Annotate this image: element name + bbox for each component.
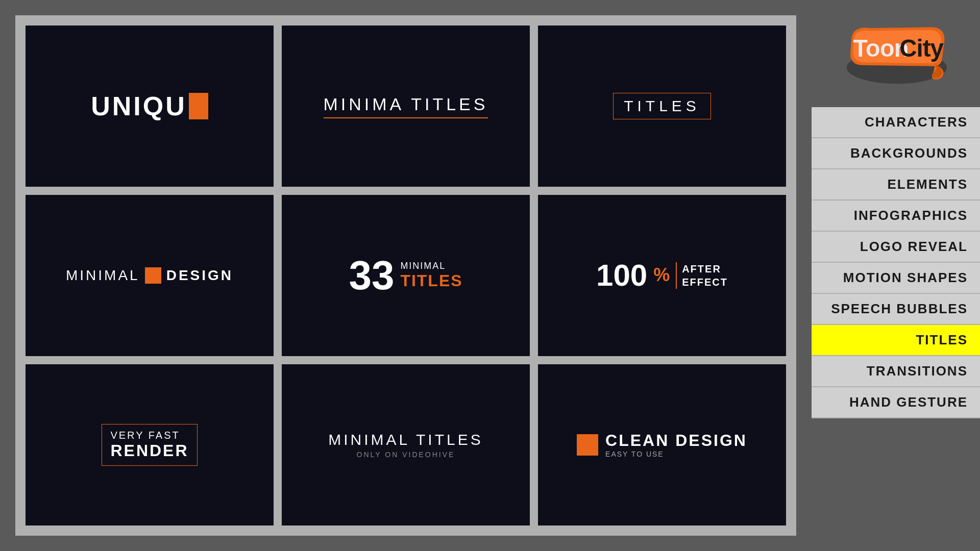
unique-text: UNIQU bbox=[91, 91, 187, 121]
minimal-text: MINIMAL bbox=[66, 267, 140, 284]
nav-item-titles[interactable]: TITLES bbox=[812, 325, 980, 356]
tooncity-logo: Toon Toon City bbox=[845, 23, 947, 84]
design-text: DESIGN bbox=[166, 267, 233, 284]
render-text: RENDER bbox=[110, 441, 188, 460]
minimal-only-main: MINIMAL TITLES bbox=[328, 431, 483, 448]
percent-number: 100 bbox=[596, 260, 647, 291]
render-box: VERY FAST RENDER bbox=[102, 424, 197, 466]
main-content: UNIQU MINIMA TITLES TITLES MINIMAL DESIG… bbox=[0, 0, 812, 551]
logo-area: Toon Toon City bbox=[812, 5, 980, 107]
very-fast-text: VERY FAST bbox=[110, 430, 188, 441]
svg-text:City: City bbox=[899, 35, 944, 62]
nav-item-motion-shapes[interactable]: MOTION SHAPES bbox=[812, 263, 980, 294]
nav-item-speech-bubbles[interactable]: SPEECH BUBBLES bbox=[812, 294, 980, 325]
clean-stack: CLEAN DESIGN EASY TO USE bbox=[605, 432, 747, 458]
easy-to-use-text: EASY TO USE bbox=[605, 450, 747, 458]
card-minimal-only[interactable]: MINIMAL TITLES ONLY ON VIDEOHIVE bbox=[282, 364, 530, 525]
titles-simple-text: TITLES bbox=[613, 93, 711, 119]
card-minimal-design[interactable]: MINIMAL DESIGN bbox=[26, 195, 274, 356]
nav-item-infographics[interactable]: INFOGRAPHICS bbox=[812, 201, 980, 232]
clean-orange-sq bbox=[577, 434, 598, 456]
clean-design-text: CLEAN DESIGN bbox=[605, 432, 747, 449]
card-33-titles[interactable]: 33 MINIMAL TITLES bbox=[282, 195, 530, 356]
card-render[interactable]: VERY FAST RENDER bbox=[26, 364, 274, 525]
after-stack: AFTER EFFECT bbox=[676, 262, 728, 289]
grid-container: UNIQU MINIMA TITLES TITLES MINIMAL DESIG… bbox=[15, 15, 796, 536]
minimal-only-sub: ONLY ON VIDEOHIVE bbox=[328, 450, 483, 459]
titles-label: TITLES bbox=[400, 271, 462, 290]
unique-orange-block bbox=[189, 93, 208, 119]
minimal-label: MINIMAL bbox=[400, 261, 462, 271]
nav-menu: CHARACTERS BACKGROUNDS ELEMENTS INFOGRAP… bbox=[812, 107, 980, 418]
card-titles-simple[interactable]: TITLES bbox=[538, 26, 786, 187]
card-clean-design[interactable]: CLEAN DESIGN EASY TO USE bbox=[538, 364, 786, 525]
card-percent[interactable]: 100 % AFTER EFFECT bbox=[538, 195, 786, 356]
33-text-stack: MINIMAL TITLES bbox=[400, 261, 462, 290]
card-minima-titles[interactable]: MINIMA TITLES bbox=[282, 26, 530, 187]
nav-item-characters[interactable]: CHARACTERS bbox=[812, 107, 980, 138]
nav-item-logo-reveal[interactable]: LOGO REVEAL bbox=[812, 232, 980, 263]
card-unique[interactable]: UNIQU bbox=[26, 26, 274, 187]
nav-item-elements[interactable]: ELEMENTS bbox=[812, 169, 980, 201]
minima-titles-text: MINIMA TITLES bbox=[324, 94, 488, 118]
minimal-orange-sq bbox=[145, 267, 161, 284]
nav-item-backgrounds[interactable]: BACKGROUNDS bbox=[812, 138, 980, 169]
minimal-only-content: MINIMAL TITLES ONLY ON VIDEOHIVE bbox=[328, 431, 483, 459]
after-text-line1: AFTER bbox=[682, 262, 728, 276]
sidebar: Toon Toon City CHARACTERS BACKGROUNDS EL… bbox=[812, 0, 980, 551]
nav-item-hand-gesture[interactable]: HAND GESTURE bbox=[812, 387, 980, 418]
nav-item-transitions[interactable]: TRANSITIONS bbox=[812, 356, 980, 387]
number-33: 33 bbox=[349, 255, 394, 296]
percent-sign: % bbox=[653, 264, 670, 286]
after-text-line2: EFFECT bbox=[682, 276, 728, 289]
